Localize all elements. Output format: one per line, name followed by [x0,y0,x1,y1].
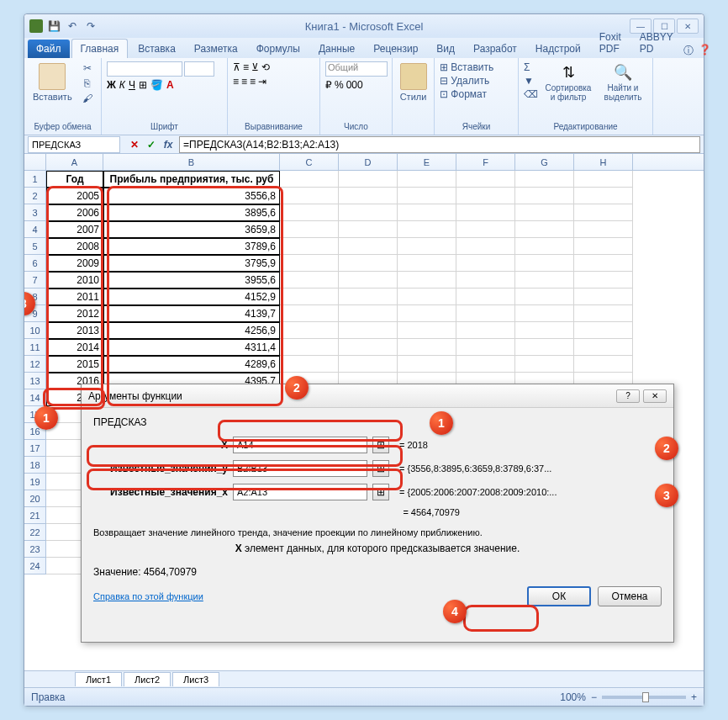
sheet-tab-3[interactable]: Лист3 [172,672,219,686]
cell-c6[interactable] [280,255,339,272]
cell-c7[interactable] [280,272,339,289]
cell-h4[interactable] [574,221,633,238]
indent-icon[interactable]: ⇥ [258,76,266,87]
cell-e7[interactable] [398,272,456,289]
cell-g9[interactable] [515,305,574,322]
styles-button[interactable]: Стили [398,61,429,103]
sort-filter-button[interactable]: ⇅ Сортировка и фильтр [541,61,595,103]
cell-f12[interactable] [456,356,515,373]
cell-f10[interactable] [456,322,515,339]
cell-c8[interactable] [280,289,339,305]
find-select-button[interactable]: 🔍 Найти и выделить [599,61,647,103]
cell-c11[interactable] [280,339,339,356]
col-header-f[interactable]: F [456,154,515,170]
cell-f3[interactable] [456,204,515,221]
cell-g11[interactable] [515,339,574,356]
tab-foxit[interactable]: Foxit PDF [591,28,630,58]
row-header-22[interactable]: 22 [24,524,46,541]
tab-layout[interactable]: Разметка [186,40,246,58]
cell-a5[interactable]: 2008 [46,238,103,255]
cell-c12[interactable] [280,356,339,373]
cell-d8[interactable] [339,289,398,305]
cell-a9[interactable]: 2012 [46,305,103,322]
cell-a3[interactable]: 2006 [46,204,103,221]
cell-g8[interactable] [515,289,574,305]
cell-b6[interactable]: 3795,9 [103,255,280,272]
orientation-icon[interactable]: ⟲ [261,61,270,73]
cell-b5[interactable]: 3789,6 [103,238,280,255]
cell-f9[interactable] [456,305,515,322]
cell-a10[interactable]: 2013 [46,322,103,339]
number-format-combo[interactable]: Общий [325,61,388,77]
cell-h3[interactable] [574,204,633,221]
cell-h1[interactable] [574,171,633,188]
col-header-c[interactable]: C [280,154,339,170]
underline-icon[interactable]: Ч [129,79,135,91]
autosum-icon[interactable]: Σ [524,61,538,73]
formula-input[interactable]: =ПРЕДСКАЗ(A14;B2:B13;A2:A13) [179,136,700,153]
cell-c10[interactable] [280,322,339,339]
field-input-known-x[interactable] [233,484,367,500]
undo-icon[interactable]: ↶ [65,19,80,34]
cell-f4[interactable] [456,221,515,238]
cell-d1[interactable] [339,171,398,188]
cell-e6[interactable] [398,255,456,272]
row-header-4[interactable]: 4 [24,221,46,238]
ok-button[interactable]: ОК [527,586,591,606]
row-header-2[interactable]: 2 [24,188,46,204]
row-header-23[interactable]: 23 [24,541,46,558]
col-header-b[interactable]: B [103,154,280,170]
cell-h8[interactable] [574,289,633,305]
insert-cells-button[interactable]: ⊞ Вставить [440,61,513,73]
field-input-known-y[interactable] [233,460,367,477]
field-input-x[interactable] [233,437,367,453]
ref-button-x[interactable]: ⊞ [372,437,389,453]
cell-g2[interactable] [515,188,574,204]
zoom-out-icon[interactable]: − [591,691,597,703]
cell-b4[interactable]: 3659,8 [103,221,280,238]
fx-icon[interactable]: fx [161,137,176,152]
zoom-in-icon[interactable]: + [691,691,697,703]
cell-d10[interactable] [339,322,398,339]
enter-formula-icon[interactable]: ✓ [144,137,159,152]
cell-a4[interactable]: 2007 [46,221,103,238]
cell-f1[interactable] [456,171,515,188]
tab-abbyy[interactable]: ABBYY PD [631,28,682,58]
cell-f2[interactable] [456,188,515,204]
tab-file[interactable]: Файл [28,40,70,58]
row-header-11[interactable]: 11 [24,339,46,356]
cell-d11[interactable] [339,339,398,356]
cell-f8[interactable] [456,289,515,305]
tab-data[interactable]: Данные [310,40,363,58]
clear-icon[interactable]: ⌫ [524,88,538,100]
dialog-help-button[interactable]: ? [616,389,640,403]
cell-d7[interactable] [339,272,398,289]
cell-h11[interactable] [574,339,633,356]
row-header-6[interactable]: 6 [24,255,46,272]
cell-h6[interactable] [574,255,633,272]
cell-f5[interactable] [456,238,515,255]
paste-button[interactable]: Вставить [29,61,76,103]
cell-g4[interactable] [515,221,574,238]
font-color-icon[interactable]: A [166,79,174,91]
tab-view[interactable]: Вид [428,40,463,58]
cell-h12[interactable] [574,356,633,373]
row-header-20[interactable]: 20 [24,490,46,507]
format-cells-button[interactable]: ⊡ Формат [440,88,513,100]
italic-icon[interactable]: К [119,79,125,91]
align-right-icon[interactable]: ≡ [250,76,256,87]
cell-a12[interactable]: 2015 [46,356,103,373]
copy-icon[interactable]: ⎘ [79,77,96,90]
help-question-icon[interactable]: ❓ [699,44,711,58]
cell-e3[interactable] [398,204,456,221]
cell-e9[interactable] [398,305,456,322]
fill-color-icon[interactable]: 🪣 [150,79,163,91]
cell-e11[interactable] [398,339,456,356]
percent-icon[interactable]: % [335,79,344,91]
cell-e10[interactable] [398,322,456,339]
cut-icon[interactable]: ✂ [79,61,96,75]
font-combo[interactable] [107,61,182,77]
row-header-24[interactable]: 24 [24,558,46,574]
dialog-titlebar[interactable]: Аргументы функции ? ✕ [82,384,673,408]
cell-b2[interactable]: 3556,8 [103,188,280,204]
